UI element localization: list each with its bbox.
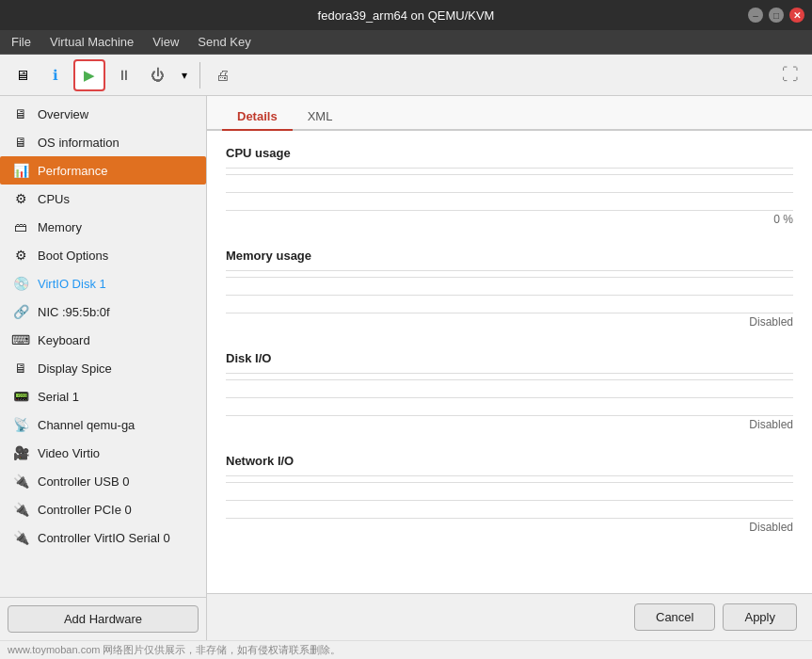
disk-io-graph [226, 379, 793, 416]
controller-pcie0-icon: 🔌 [11, 500, 30, 519]
keyboard-icon: ⌨ [11, 330, 30, 349]
sidebar-item-overview-label: Overview [38, 107, 88, 121]
monitor-icon: 🖥 [15, 67, 29, 83]
sidebar-item-controller-virtio-serial0[interactable]: 🔌 Controller VirtIO Serial 0 [0, 523, 206, 552]
disk-io-title: Disk I/O [226, 351, 793, 365]
disk-graph-line-1 [226, 379, 793, 380]
tab-bar: Details XML [207, 96, 812, 131]
window-title: fedora39_arm64 on QEMU/KVM [64, 8, 748, 23]
display-spice-icon: 🖥 [11, 359, 30, 378]
pause-button[interactable]: ⏸ [107, 59, 139, 91]
cpu-graph-line-1 [226, 174, 793, 175]
sidebar-item-cpus[interactable]: ⚙ CPUs [0, 185, 206, 213]
add-hardware-button[interactable]: Add Hardware [8, 605, 199, 633]
tab-xml[interactable]: XML [293, 104, 348, 131]
network-graph-line-3 [226, 518, 793, 519]
controller-usb0-icon: 🔌 [11, 472, 30, 490]
fullscreen-icon: ⛶ [782, 65, 799, 85]
network-graph-line-2 [226, 500, 793, 501]
cpu-graph-line-2 [226, 192, 793, 193]
info-icon: ℹ [53, 67, 58, 84]
sidebar-item-video-virtio[interactable]: 🎥 Video Virtio [0, 439, 206, 467]
sidebar-item-performance-label: Performance [38, 164, 107, 178]
disk-io-section: Disk I/O Disabled [226, 351, 793, 431]
menu-send-key[interactable]: Send Key [190, 33, 258, 51]
minimize-button[interactable]: – [748, 8, 763, 23]
performance-icon: 📊 [11, 161, 30, 180]
watermark: www.toymoban.com 网络图片仅供展示，非存储，如有侵权请联系删除。 [0, 640, 812, 659]
memory-graph-line-2 [226, 295, 793, 296]
main-area: 🖥 Overview 🖥 OS information 📊 Performanc… [0, 96, 812, 640]
power-button[interactable]: ⏻ [141, 59, 173, 91]
cpu-usage-title: CPU usage [226, 146, 793, 160]
sidebar-item-channel-qemu-ga[interactable]: 📡 Channel qemu-ga [0, 410, 206, 439]
network-graph-line-1 [226, 482, 793, 483]
sidebar-item-boot-options[interactable]: ⚙ Boot Options [0, 241, 206, 269]
play-icon: ▶ [84, 67, 95, 84]
os-info-icon: 🖥 [11, 133, 30, 152]
menu-virtual-machine[interactable]: Virtual Machine [42, 33, 141, 51]
sidebar-item-virtio-disk1[interactable]: 💿 VirtIO Disk 1 [0, 269, 206, 297]
monitor-button[interactable]: 🖥 [6, 59, 38, 91]
sidebar-item-nic[interactable]: 🔗 NIC :95:5b:0f [0, 297, 206, 326]
menu-view[interactable]: View [145, 33, 186, 51]
disk-graph-line-2 [226, 397, 793, 398]
sidebar-item-os-label: OS information [38, 136, 119, 150]
sidebar-item-controller-usb0[interactable]: 🔌 Controller USB 0 [0, 467, 206, 495]
sidebar-item-memory[interactable]: 🗃 Memory [0, 213, 206, 241]
virtio-disk-icon: 💿 [11, 274, 30, 293]
cpus-icon: ⚙ [11, 189, 30, 208]
screenshot-icon: 🖨 [215, 67, 230, 83]
sidebar-item-os-information[interactable]: 🖥 OS information [0, 128, 206, 156]
overview-icon: 🖥 [11, 104, 30, 123]
pause-icon: ⏸ [117, 67, 131, 83]
memory-usage-section: Memory usage Disabled [226, 249, 793, 329]
sidebar-item-controller-usb0-label: Controller USB 0 [38, 474, 130, 489]
maximize-button[interactable]: □ [769, 8, 784, 23]
screenshot-button[interactable]: 🖨 [206, 59, 238, 91]
network-io-divider [226, 475, 793, 476]
toolbar-divider [199, 62, 200, 88]
memory-graph-line-3 [226, 313, 793, 313]
sidebar-item-serial1[interactable]: 📟 Serial 1 [0, 382, 206, 410]
sidebar-item-keyboard-label: Keyboard [38, 333, 90, 347]
sidebar-item-serial1-label: Serial 1 [38, 390, 79, 404]
sidebar-item-overview[interactable]: 🖥 Overview [0, 100, 206, 128]
sidebar-item-display-spice[interactable]: 🖥 Display Spice [0, 354, 206, 382]
bottom-bar: Cancel Apply [207, 593, 812, 640]
network-io-section: Network I/O Disabled [226, 454, 793, 534]
cpu-usage-graph [226, 174, 793, 211]
close-button[interactable]: ✕ [789, 8, 804, 23]
sidebar-item-keyboard[interactable]: ⌨ Keyboard [0, 326, 206, 354]
memory-usage-divider [226, 270, 793, 271]
serial1-icon: 📟 [11, 387, 30, 406]
sidebar-item-display-spice-label: Display Spice [38, 362, 112, 376]
cancel-button[interactable]: Cancel [634, 603, 715, 631]
sidebar-item-video-label: Video Virtio [38, 446, 100, 460]
fullscreen-button[interactable]: ⛶ [774, 59, 806, 91]
nic-icon: 🔗 [11, 302, 30, 321]
menu-bar: File Virtual Machine View Send Key [0, 30, 812, 55]
memory-usage-value: Disabled [226, 315, 793, 329]
tab-details[interactable]: Details [222, 104, 293, 131]
network-io-value: Disabled [226, 521, 793, 534]
sidebar-item-performance[interactable]: 📊 Performance [0, 156, 206, 185]
menu-file[interactable]: File [4, 33, 39, 51]
sidebar-item-nic-label: NIC :95:5b:0f [38, 305, 110, 319]
sidebar-item-cpus-label: CPUs [38, 192, 70, 206]
sidebar-footer: Add Hardware [0, 597, 206, 640]
title-bar: fedora39_arm64 on QEMU/KVM – □ ✕ [0, 0, 812, 30]
toolbar: 🖥 ℹ ▶ ⏸ ⏻ ▾ 🖨 ⛶ [0, 55, 812, 96]
sidebar-list: 🖥 Overview 🖥 OS information 📊 Performanc… [0, 96, 206, 597]
performance-content: CPU usage 0 % Memory usage Disable [207, 131, 812, 593]
memory-icon: 🗃 [11, 217, 30, 236]
info-button[interactable]: ℹ [40, 59, 72, 91]
apply-button[interactable]: Apply [723, 603, 797, 631]
dropdown-button[interactable]: ▾ [175, 59, 194, 91]
play-button[interactable]: ▶ [73, 59, 105, 91]
disk-graph-line-3 [226, 415, 793, 416]
sidebar-item-channel-label: Channel qemu-ga [38, 418, 135, 432]
sidebar-item-boot-label: Boot Options [38, 249, 108, 263]
sidebar-item-controller-pcie0[interactable]: 🔌 Controller PCIe 0 [0, 495, 206, 523]
memory-usage-title: Memory usage [226, 249, 793, 263]
